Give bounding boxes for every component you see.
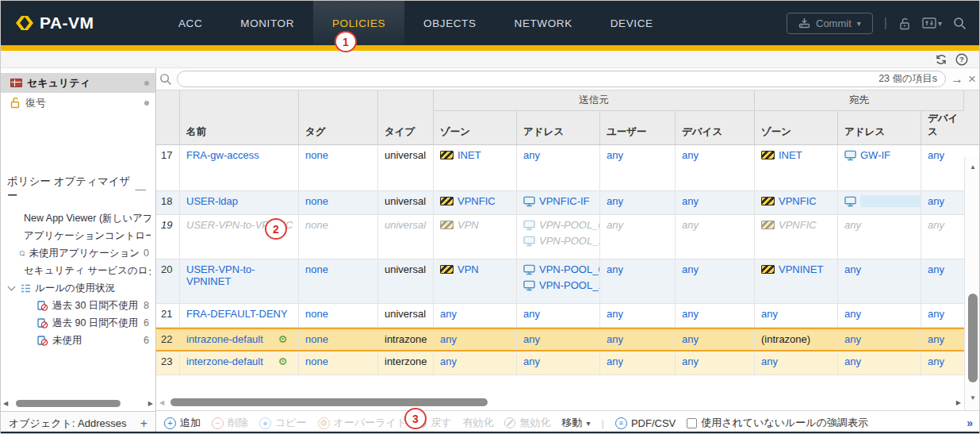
scrollbar-thumb[interactable]	[16, 400, 121, 407]
header-dst-device[interactable]: デバイス	[921, 111, 964, 144]
cell-dst-device[interactable]: any	[921, 191, 964, 214]
cell-value[interactable]: any	[928, 308, 944, 320]
header-name[interactable]: 名前	[180, 90, 299, 144]
cell-src-device[interactable]: any	[676, 259, 755, 303]
rule-name-link[interactable]: USER-VPN-to-VPNINET	[186, 263, 295, 287]
cell-entry[interactable]: any	[682, 308, 699, 320]
more-options-icon[interactable]: »	[967, 417, 973, 429]
cell-src-device[interactable]: any	[676, 191, 755, 214]
cell-value[interactable]: any	[928, 355, 944, 367]
cell-entry[interactable]	[844, 195, 921, 207]
cell-entry[interactable]: any	[928, 333, 944, 345]
rule-usage-unused[interactable]: 未使用 6	[7, 332, 151, 349]
optimizer-item-app-control[interactable]: アプリケーションコントロール	[7, 227, 151, 244]
cell-entry[interactable]: INET	[761, 149, 802, 161]
cell-value[interactable]: any	[440, 308, 457, 320]
cell-entry[interactable]: VPNFIC	[761, 219, 817, 231]
disable-button[interactable]: 無効化	[504, 416, 550, 430]
cell-type[interactable]: universal	[378, 259, 434, 303]
cell-value[interactable]: VPN-POOL_0	[539, 263, 600, 275]
cell-entry[interactable]: any	[607, 263, 623, 275]
cell-value[interactable]: any	[682, 149, 699, 161]
collapse-icon[interactable]: —	[136, 183, 151, 195]
cell-entry[interactable]: any	[761, 308, 778, 320]
cell-src-user[interactable]: any	[600, 215, 676, 259]
cell-value[interactable]: VPN-POOL_1	[539, 235, 600, 247]
cell-tag[interactable]: none	[299, 215, 378, 259]
cell-dst-address[interactable]: any	[838, 215, 921, 259]
cell-entry[interactable]: any	[761, 355, 778, 367]
rule-usage-unused-30[interactable]: 過去 30 日間不使用 8	[7, 297, 151, 314]
cell-src-zone[interactable]: VPN	[434, 215, 517, 259]
cell-value[interactable]: VPN-POOL_0	[539, 219, 600, 231]
cell-entry[interactable]: any	[607, 308, 623, 320]
cell-type[interactable]: universal	[378, 145, 434, 190]
cell-entry[interactable]: VPN	[440, 219, 479, 231]
cell-src-user[interactable]: any	[600, 304, 676, 327]
cell-value[interactable]: GW-IF	[860, 149, 890, 161]
cell-value[interactable]: any	[607, 149, 623, 161]
cell-entry[interactable]: any	[682, 355, 699, 367]
cell-value[interactable]: any	[844, 355, 861, 367]
rule-name-link[interactable]: interzone-default	[186, 355, 263, 367]
cell-src-zone[interactable]: any	[434, 351, 517, 374]
cell-tag[interactable]: none	[299, 351, 378, 374]
scroll-left-icon[interactable]: ◀	[3, 400, 8, 407]
header-type[interactable]: タイプ	[378, 90, 434, 144]
header-src-user[interactable]: ユーザー	[600, 111, 676, 144]
cell-entry[interactable]: VPN-POOL_0	[523, 219, 600, 231]
cell-src-user[interactable]: any	[600, 145, 676, 190]
scroll-up-icon[interactable]: ▲	[970, 163, 976, 171]
override-button[interactable]: ⚙ オーバーライド	[318, 416, 408, 430]
rule-row-18[interactable]: 18USER-ldapnoneuniversalVPNFICVPNFIC-IFa…	[156, 191, 964, 215]
cell-value[interactable]: any	[607, 195, 623, 207]
unlock-icon[interactable]	[898, 17, 911, 30]
cell-src-device[interactable]: any	[676, 215, 755, 259]
scroll-down-icon[interactable]: ▼	[970, 394, 976, 401]
add-button[interactable]: + 追加	[164, 416, 201, 430]
cell-name[interactable]: USER-VPN-to-VPNINET	[180, 259, 299, 303]
cell-entry[interactable]: any	[607, 355, 623, 367]
cell-dst-zone[interactable]: VPNFIC	[755, 215, 838, 259]
cell-dst-address[interactable]: any	[838, 304, 921, 327]
cell-src-zone[interactable]: INET	[434, 145, 517, 190]
cell-name[interactable]: USER-ldap	[180, 191, 299, 214]
delete-button[interactable]: − 削除	[212, 416, 248, 430]
tab-monitor[interactable]: MONITOR	[221, 1, 313, 45]
enable-button[interactable]: 有効化	[462, 416, 493, 430]
cell-value[interactable]: any	[607, 333, 623, 345]
cell-dst-address[interactable]: any	[838, 329, 921, 350]
optimizer-item-new-app-viewer[interactable]: New App Viewer (新しいアプリ	[7, 209, 151, 227]
cell-src-user[interactable]: any	[600, 329, 676, 350]
header-src-zone[interactable]: ゾーン	[434, 111, 517, 144]
cell-entry[interactable]: any	[440, 308, 457, 320]
cell-value[interactable]: any	[682, 195, 699, 207]
rule-usage-unused-90[interactable]: 過去 90 日間不使用 6	[7, 314, 151, 332]
copy-button[interactable]: ● コピー	[259, 416, 307, 430]
cell-entry[interactable]: VPNFIC-IF	[523, 195, 590, 207]
rule-name-link[interactable]: FRA-DEFAULT-DENY	[186, 308, 288, 320]
tab-policies[interactable]: POLICIES	[313, 1, 404, 45]
cell-value[interactable]: any	[523, 355, 540, 367]
cell-tag[interactable]: none	[299, 259, 378, 303]
tab-objects[interactable]: OBJECTS	[404, 1, 495, 45]
cell-tag[interactable]: none	[299, 329, 378, 350]
cell-value[interactable]: VPNFIC	[779, 195, 817, 207]
rule-name-link[interactable]: FRA-gw-access	[186, 149, 259, 161]
cell-dst-zone[interactable]: any	[755, 304, 838, 327]
cell-value[interactable]: any	[682, 355, 699, 367]
cell-entry[interactable]: any	[844, 263, 861, 275]
cell-src-user[interactable]: any	[600, 259, 676, 303]
cell-entry[interactable]: any	[682, 149, 699, 161]
cell-entry[interactable]: any	[928, 195, 944, 207]
objects-addresses-label[interactable]: オブジェクト: Addresses	[9, 417, 126, 431]
commit-button[interactable]: Commit ▾	[787, 13, 873, 34]
cell-value[interactable]: any	[928, 195, 944, 207]
cell-entry[interactable]: any	[928, 219, 944, 231]
header-dst-zone[interactable]: ゾーン	[755, 111, 838, 144]
cell-value[interactable]: any	[928, 149, 944, 161]
optimizer-rule-usage[interactable]: ルールの使用状況	[7, 279, 151, 297]
cell-entry[interactable]: any	[523, 149, 540, 161]
cell-dst-zone[interactable]: VPNFIC	[755, 191, 838, 214]
cell-value[interactable]: any	[844, 219, 861, 231]
